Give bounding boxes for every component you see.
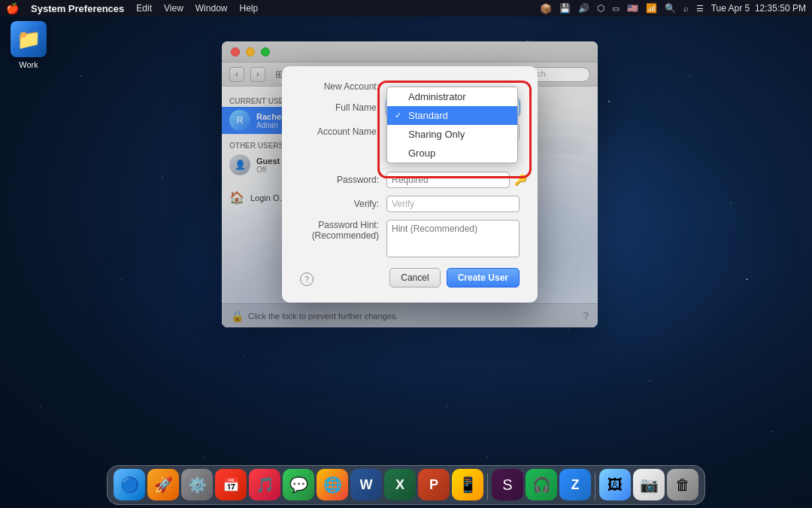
cancel-button[interactable]: Cancel — [389, 268, 440, 287]
full-name-label: Full Name: — [300, 102, 386, 113]
create-user-button[interactable]: Create User — [447, 268, 520, 287]
new-account-label: New Account: — [300, 81, 386, 92]
menu-window[interactable]: Window — [195, 3, 228, 14]
password-hint-label: Password Hint:(Recommended) — [300, 220, 386, 242]
dock-chrome[interactable]: 🌐 — [317, 469, 348, 500]
password-hint-row: Password Hint:(Recommended) — [300, 220, 520, 257]
verify-input[interactable] — [386, 196, 520, 212]
dialog-help-button[interactable]: ? — [300, 272, 314, 286]
account-name-label: Account Name: — [300, 126, 386, 137]
new-account-dialog: New Account: Administrator ✓ Standard — [282, 66, 538, 303]
menubar-wifi[interactable]: 📶 — [646, 3, 657, 14]
menubar-storage: 💾 — [559, 3, 571, 14]
dock-messages[interactable]: 💬 — [283, 469, 314, 500]
password-input[interactable] — [386, 172, 510, 188]
dialog-overlay: New Account: Administrator ✓ Standard — [222, 41, 598, 327]
dock-zoom[interactable]: Z — [559, 469, 591, 500]
dock-spotify[interactable]: 🎧 — [526, 469, 557, 500]
password-label: Password: — [300, 175, 386, 185]
dropdown-item-standard[interactable]: ✓ Standard — [387, 106, 517, 125]
menubar-flag: 🇺🇸 — [627, 3, 638, 14]
dock-preview[interactable]: 🖼 — [599, 469, 631, 500]
dock: 🔵 🚀 ⚙️ 📅 🎵 💬 🌐 W X P 📱 — [107, 465, 705, 505]
dock-photos[interactable]: 📷 — [633, 469, 665, 500]
verify-row: Verify: — [300, 196, 520, 212]
sys-prefs-window: ‹ › ⊞ Users & Groups 🔍 Search Current Us… — [222, 41, 598, 327]
dock-system-preferences[interactable]: ⚙️ — [181, 469, 213, 500]
dock-calendar[interactable]: 📅 — [215, 469, 247, 500]
apple-menu[interactable]: 🍎 — [6, 2, 19, 14]
dock-music[interactable]: 🎵 — [249, 469, 280, 500]
menubar-dropbox: 📦 — [540, 3, 552, 14]
dropdown-item-sharing-only[interactable]: Sharing Only — [387, 125, 517, 144]
standard-checkmark: ✓ — [395, 111, 404, 120]
menubar: 🍎 System Preferences Edit View Window He… — [0, 0, 812, 17]
menubar-bluetooth[interactable]: ⬡ — [597, 3, 604, 14]
password-hint-input[interactable] — [386, 220, 520, 257]
menubar-datetime: Tue Apr 5 12:35:50 PM — [711, 3, 806, 14]
dock-launchpad[interactable]: 🚀 — [147, 469, 179, 500]
menu-edit[interactable]: Edit — [136, 3, 152, 14]
app-name[interactable]: System Preferences — [31, 3, 124, 14]
dock-ios-app[interactable]: 📱 — [452, 469, 483, 500]
desktop-work-folder[interactable]: 📁 Work — [6, 21, 51, 69]
group-label: Group — [408, 148, 435, 159]
desktop: 🍎 System Preferences Edit View Window He… — [0, 0, 812, 508]
dock-slack[interactable]: S — [492, 469, 523, 500]
menubar-notifications[interactable]: ☰ — [696, 4, 704, 14]
key-icon[interactable]: 🔑 — [513, 172, 528, 187]
menu-help[interactable]: Help — [239, 3, 258, 14]
menubar-battery: ▭ — [612, 4, 620, 14]
password-row: Password: 🔑 — [300, 172, 520, 188]
work-folder-label: Work — [19, 60, 38, 69]
dock-finder[interactable]: 🔵 — [114, 469, 145, 500]
dock-separator-2 — [595, 473, 595, 500]
verify-label: Verify: — [300, 199, 386, 209]
menu-view[interactable]: View — [164, 3, 183, 14]
dropdown-item-group[interactable]: Group — [387, 144, 517, 163]
menubar-search[interactable]: 🔍 — [665, 3, 676, 14]
standard-label: Standard — [408, 110, 448, 121]
dialog-buttons: Cancel Create User — [300, 268, 520, 287]
dock-powerpoint[interactable]: P — [418, 469, 450, 500]
account-type-dropdown-menu[interactable]: Administrator ✓ Standard Sharing Only — [386, 87, 518, 163]
admin-label: Administrator — [408, 91, 466, 102]
new-account-row: New Account: Administrator ✓ Standard — [300, 81, 520, 92]
menubar-volume[interactable]: 🔊 — [578, 3, 589, 14]
dock-word[interactable]: W — [350, 469, 382, 500]
dropdown-item-administrator[interactable]: Administrator — [387, 87, 517, 106]
menubar-spotlight[interactable]: ⌕ — [683, 4, 689, 13]
work-folder-icon: 📁 — [11, 21, 47, 57]
sharing-only-label: Sharing Only — [408, 129, 465, 140]
dock-trash[interactable]: 🗑 — [667, 469, 698, 500]
dock-excel[interactable]: X — [384, 469, 416, 500]
dock-separator — [487, 473, 488, 500]
